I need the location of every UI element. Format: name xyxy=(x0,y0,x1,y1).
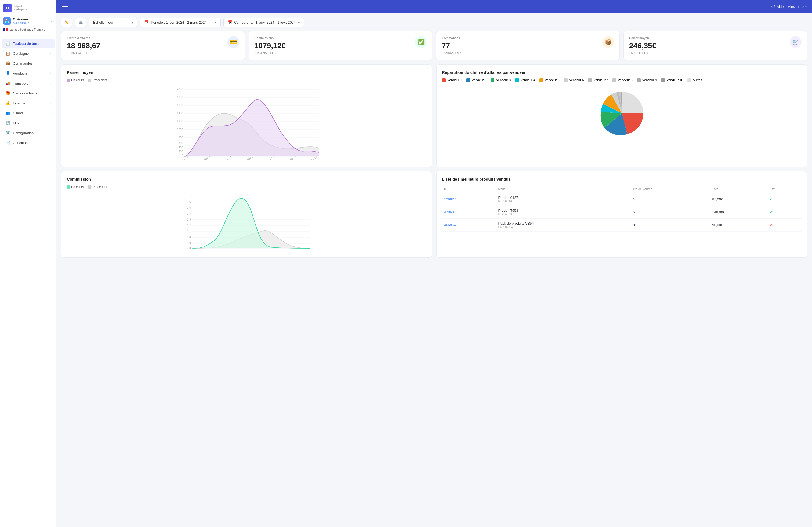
user-menu[interactable]: Alexandre ▾ xyxy=(788,4,807,9)
sidebar-item-clients[interactable]: 👥 Clients › xyxy=(2,108,55,118)
table-row: 466864 Pack de produits VB54 P65987367 1… xyxy=(442,219,801,231)
print-button[interactable]: 🖨️ xyxy=(75,18,86,27)
nav-icon-commandes: 📦 xyxy=(5,61,10,66)
pie-legend-item-vendeur-3: Vendeur 3 xyxy=(491,78,511,82)
svg-text:1.7: 1.7 xyxy=(187,195,191,197)
sidebar-item-vendeurs[interactable]: 👤 Vendeurs › xyxy=(2,69,55,78)
pie-legend-item-vendeur-4: Vendeur 4 xyxy=(515,78,535,82)
product-state: ✓ xyxy=(767,193,801,206)
check-icon: ✓ xyxy=(770,210,773,214)
comm-legend-current: En cours xyxy=(67,185,84,189)
nav-item-left-finance: 💰 Finance xyxy=(5,101,25,105)
nav-item-left-cartes-cadeaux: 🎁 Cartes cadeaux xyxy=(5,91,37,95)
topbar-left: ⟵ xyxy=(62,3,69,10)
pie-legend: Vendeur 1 Vendeur 2 Vendeur 3 Vendeur 4 … xyxy=(442,78,801,82)
nav-item-left-configuration: ⚙️ Configuration xyxy=(5,131,33,135)
edit-button[interactable]: ✏️ xyxy=(61,18,73,27)
operator-section: 🏪 Opérateur Ma boutique ⌄ xyxy=(3,15,53,26)
nav-icon-clients: 👥 xyxy=(5,110,10,115)
pie-legend-dot xyxy=(491,78,494,82)
scale-select[interactable]: Échelle : jour ▾ xyxy=(89,18,137,27)
nav-chevron-transport: › xyxy=(50,82,51,85)
edit-icon: ✏️ xyxy=(65,20,69,25)
pie-legend-item-vendeur-9: Vendeur 9 xyxy=(637,78,657,82)
sidebar: O origami marketplace 🏪 Opérateur Ma bou… xyxy=(0,0,56,527)
product-name: Pack de produits VB54 P65987367 xyxy=(496,219,631,231)
operator-subtitle: Ma boutique xyxy=(13,21,29,25)
language-section: 🇫🇷 Langue boutique : Français xyxy=(3,26,53,32)
svg-text:0.8: 0.8 xyxy=(187,246,191,250)
sidebar-item-cartes-cadeaux[interactable]: 🎁 Cartes cadeaux xyxy=(2,88,55,98)
stat-info-chiffre: Chiffre d'affaires 18 968,67 19 363,74 T… xyxy=(67,36,100,55)
logo: O origami marketplace xyxy=(3,4,53,12)
legend-current-dot xyxy=(67,79,70,82)
nav-icon-catalogue: 📋 xyxy=(5,51,10,56)
stat-icon-commissions: ✅ xyxy=(415,36,427,48)
svg-text:1.3: 1.3 xyxy=(187,218,191,221)
stat-card-chiffre: Chiffre d'affaires 18 968,67 19 363,74 T… xyxy=(61,31,245,60)
nav-label-commandes: Commandes xyxy=(13,61,33,65)
svg-text:1800: 1800 xyxy=(177,96,183,99)
sidebar-item-finance[interactable]: 💰 Finance › xyxy=(2,98,55,108)
compare-calendar-icon: 📅 xyxy=(228,20,232,25)
pie-legend-label: Vendeur 9 xyxy=(642,78,657,82)
period-select[interactable]: 📅 Période : 1 févr. 2024 - 2 mars 2024 ▾ xyxy=(140,18,221,27)
pie-legend-item-autres: Autres xyxy=(687,78,702,82)
col-id: ID xyxy=(442,186,496,193)
sidebar-item-configuration[interactable]: ⚙️ Configuration › xyxy=(2,128,55,138)
svg-text:2024-02-01: 2024-02-01 xyxy=(178,155,190,161)
product-id[interactable]: 470631 xyxy=(442,206,496,219)
sidebar-item-catalogue[interactable]: 📋 Catalogue › xyxy=(2,48,55,58)
stat-card-commandes: Commandes 77 0 remboursée 📦 xyxy=(436,31,620,60)
product-id[interactable]: 466864 xyxy=(442,219,496,231)
col-nom: Nom xyxy=(496,186,631,193)
pie-legend-item-vendeur-5: Vendeur 5 xyxy=(539,78,560,82)
legend-current: En cours xyxy=(67,78,84,82)
print-icon: 🖨️ xyxy=(79,20,83,25)
svg-text:1.4: 1.4 xyxy=(187,212,191,215)
legend-previous-dot xyxy=(88,79,91,82)
language-label: Langue boutique : Français xyxy=(10,28,45,31)
stat-sub-commandes: 0 remboursée xyxy=(442,51,462,55)
operator-icon: 🏪 xyxy=(3,17,11,25)
table-row: 129827 Produit A127 P12365498 3 87,00€ ✓ xyxy=(442,193,801,206)
pie-legend-dot xyxy=(661,78,665,82)
sidebar-item-tableau-de-bord[interactable]: 📊 Tableau de bord xyxy=(2,39,55,48)
nav-label-finance: Finance xyxy=(13,101,25,105)
pie-legend-dot xyxy=(564,78,568,82)
sidebar-item-conditions[interactable]: 📄 Conditions xyxy=(2,138,55,148)
main: ⟵ ⓘ Aide Alexandre ▾ ✏️ 🖨️ Échelle : jou… xyxy=(56,0,812,527)
flag-icon: 🇫🇷 xyxy=(3,27,8,32)
svg-text:0: 0 xyxy=(182,154,183,157)
repartition-chart-title: Répartition du chiffre d'affaires par ve… xyxy=(442,70,801,75)
product-sales: 1 xyxy=(631,219,710,231)
stat-info-commandes: Commandes 77 0 remboursée xyxy=(442,36,462,55)
sidebar-item-flux[interactable]: 🔄 Flux › xyxy=(2,118,55,128)
nav-chevron-catalogue: › xyxy=(50,52,51,55)
stat-sub-commissions: 1 294,95€ TTC xyxy=(254,51,286,55)
sidebar-item-transport[interactable]: 🚚 Transport › xyxy=(2,78,55,88)
product-state: ✕ xyxy=(767,219,801,231)
nav-icon-conditions: 📄 xyxy=(5,140,10,145)
pie-legend-dot xyxy=(442,78,446,82)
period-chevron-icon: ▾ xyxy=(215,20,217,25)
svg-text:1400: 1400 xyxy=(177,112,183,115)
operator-chevron-icon[interactable]: ⌄ xyxy=(50,19,53,23)
stat-icon-commandes: 📦 xyxy=(602,36,614,48)
scale-chevron-icon: ▾ xyxy=(132,20,133,25)
svg-text:400: 400 xyxy=(178,146,183,149)
nav-item-left-tableau-de-bord: 📊 Tableau de bord xyxy=(5,41,40,46)
collapse-icon[interactable]: ⟵ xyxy=(62,3,69,10)
compare-select[interactable]: 📅 Comparer à : 1 janv. 2024 - 1 févr. 20… xyxy=(223,18,304,27)
table-row: 470631 Produit T653 P12945693 2 140,00€ … xyxy=(442,206,801,219)
compare-chevron-icon: ▾ xyxy=(298,20,300,25)
product-id[interactable]: 129827 xyxy=(442,193,496,206)
svg-text:1.2: 1.2 xyxy=(187,224,191,227)
col-sales: Nb de ventes xyxy=(631,186,710,193)
pie-legend-label: Vendeur 5 xyxy=(545,78,560,82)
best-products-title: Liste des meilleurs produits vendus xyxy=(442,177,801,181)
sidebar-item-commandes[interactable]: 📦 Commandes xyxy=(2,59,55,68)
pie-legend-dot xyxy=(637,78,641,82)
help-button[interactable]: ⓘ Aide xyxy=(771,4,784,9)
nav-chevron-vendeurs: › xyxy=(50,72,51,75)
